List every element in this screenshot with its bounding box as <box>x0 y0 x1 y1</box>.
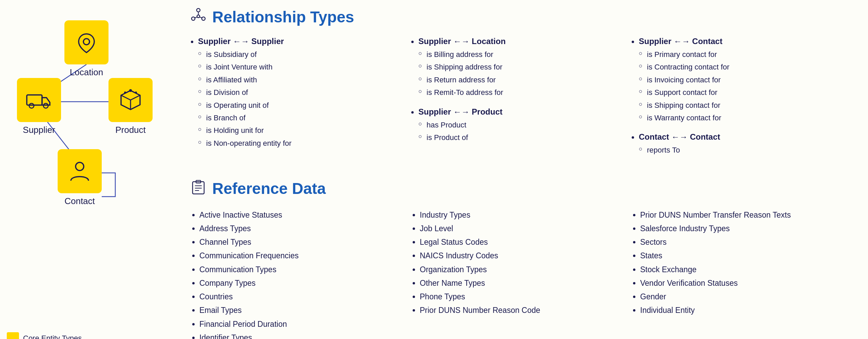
ref-list-3: Prior DUNS Number Transfer Reason Texts … <box>640 208 844 317</box>
product-box <box>108 78 153 122</box>
ref-item: Individual Entity <box>640 303 844 317</box>
location-box <box>64 20 108 64</box>
ref-item: Organization Types <box>420 263 624 276</box>
rel-subs-supplier-product: has Product is Product of <box>427 119 624 144</box>
ref-col-2: Industry Types Job Level Legal Status Co… <box>410 208 631 339</box>
ref-item: States <box>640 249 844 262</box>
rel-sub-item: is Subsidiary of <box>206 48 403 61</box>
rel-main-supplier-contact: Supplier ←→ Contact <box>639 37 844 46</box>
relationship-columns: Supplier ←→ Supplier is Subsidiary of is… <box>190 37 851 165</box>
ref-item: Channel Types <box>199 235 403 249</box>
product-icon <box>118 88 143 112</box>
ref-item: Salesforce Industry Types <box>640 222 844 235</box>
rel-group-supplier-contact: Supplier ←→ Contact is Primary contact f… <box>631 37 844 124</box>
rel-sub-item: is Joint Venture with <box>206 61 403 73</box>
svg-line-9 <box>131 95 140 100</box>
ref-item: Company Types <box>199 276 403 290</box>
ref-item: Vendor Verification Statuses <box>640 276 844 290</box>
node-location: Location <box>64 20 108 78</box>
ref-list-2: Industry Types Job Level Legal Status Co… <box>420 208 624 317</box>
svg-point-13 <box>135 92 137 94</box>
rel-main-supplier-product: Supplier ←→ Product <box>418 107 624 117</box>
rel-sub-item: is Invoicing contact for <box>647 74 844 86</box>
ref-item: Email Types <box>199 303 403 317</box>
rel-subs-supplier-supplier: is Subsidiary of is Joint Venture with i… <box>206 48 403 149</box>
rel-group-contact-contact: Contact ←→ Contact reports To <box>631 132 844 156</box>
ref-item: Industry Types <box>420 208 624 222</box>
location-icon <box>75 31 98 54</box>
svg-point-17 <box>202 17 205 20</box>
ref-item: Legal Status Codes <box>420 235 624 249</box>
ref-list-1: Active Inactive Statuses Address Types C… <box>199 208 403 339</box>
node-contact: Contact <box>58 149 102 206</box>
svg-line-20 <box>194 17 197 18</box>
node-supplier: Supplier <box>17 78 61 135</box>
rel-sub-item: is Operating unit of <box>206 99 403 112</box>
entity-diagram-panel: Location Supplier <box>0 0 176 339</box>
rel-sub-item: is Affiliated with <box>206 74 403 86</box>
rel-sub-item: is Division of <box>206 86 403 99</box>
svg-point-6 <box>43 103 48 108</box>
rel-main-supplier-supplier: Supplier ←→ Supplier <box>198 37 403 46</box>
rel-sub-item: is Return address for <box>427 74 624 86</box>
svg-point-12 <box>124 92 126 94</box>
ref-item: Financial Period Duration <box>199 317 403 331</box>
rel-sub-item: is Warranty contact for <box>647 112 844 124</box>
ref-item: Gender <box>640 290 844 303</box>
supplier-box <box>17 78 61 122</box>
product-label: Product <box>115 125 146 135</box>
svg-point-5 <box>29 103 34 108</box>
rel-sub-item: is Support contact for <box>647 86 844 99</box>
rel-main-supplier-location: Supplier ←→ Location <box>418 37 624 46</box>
ref-item: Countries <box>199 290 403 303</box>
rel-sub-item: is Shipping contact for <box>647 99 844 112</box>
ref-col-1: Active Inactive Statuses Address Types C… <box>190 208 410 339</box>
ref-item: Other Name Types <box>420 276 624 290</box>
rel-sub-item: is Holding unit for <box>206 124 403 137</box>
supplier-icon <box>25 88 53 112</box>
svg-point-15 <box>197 8 200 12</box>
svg-point-14 <box>76 162 84 171</box>
supplier-label: Supplier <box>23 125 55 135</box>
legend-color-box <box>7 332 19 339</box>
svg-line-21 <box>199 17 202 18</box>
rel-sub-item: reports To <box>647 144 844 156</box>
svg-point-11 <box>129 89 132 92</box>
contact-label: Contact <box>64 196 95 206</box>
rel-subs-contact-contact: reports To <box>647 144 844 156</box>
ref-item: Phone Types <box>420 290 624 303</box>
right-panel: Relationship Types Supplier ←→ Supplier … <box>176 0 868 339</box>
rel-sub-item: is Branch of <box>206 112 403 124</box>
rel-sub-item: is Primary contact for <box>647 48 844 61</box>
ref-item: Address Types <box>199 222 403 235</box>
rel-sub-item: is Remit-To address for <box>427 86 624 99</box>
ref-item: Identifier Types <box>199 331 403 339</box>
relationship-types-title: Relationship Types <box>212 8 354 26</box>
ref-item: Communication Frequencies <box>199 249 403 262</box>
rel-group-supplier-location: Supplier ←→ Location is Billing address … <box>410 37 624 99</box>
ref-item: Prior DUNS Number Reason Code <box>420 303 624 317</box>
rel-col-1: Supplier ←→ Supplier is Subsidiary of is… <box>190 37 410 165</box>
contact-box <box>58 149 102 193</box>
rel-sub-item: is Shipping address for <box>427 61 624 73</box>
ref-item: Active Inactive Statuses <box>199 208 403 222</box>
reference-data-title: Reference Data <box>212 179 326 198</box>
ref-item: Sectors <box>640 235 844 249</box>
reference-data-header: Reference Data <box>190 178 851 199</box>
ref-col-3: Prior DUNS Number Transfer Reason Texts … <box>631 208 851 339</box>
reference-data-section: Reference Data Active Inactive Statuses … <box>190 178 851 339</box>
ref-item: Communication Types <box>199 263 403 276</box>
ref-item: Stock Exchange <box>640 263 844 276</box>
svg-rect-4 <box>27 95 42 105</box>
svg-line-8 <box>121 95 131 100</box>
relationship-types-header: Relationship Types <box>190 7 851 27</box>
ref-item: Job Level <box>420 222 624 235</box>
network-icon <box>190 7 207 27</box>
rel-subs-supplier-contact: is Primary contact for is Contracting co… <box>647 48 844 124</box>
svg-point-16 <box>192 17 195 20</box>
rel-sub-item: is Product of <box>427 131 624 144</box>
rel-group-supplier-supplier: Supplier ←→ Supplier is Subsidiary of is… <box>190 37 403 149</box>
ref-item: NAICS Industry Codes <box>420 249 624 262</box>
location-label: Location <box>70 67 103 78</box>
entity-diagram: Location Supplier <box>10 20 166 224</box>
